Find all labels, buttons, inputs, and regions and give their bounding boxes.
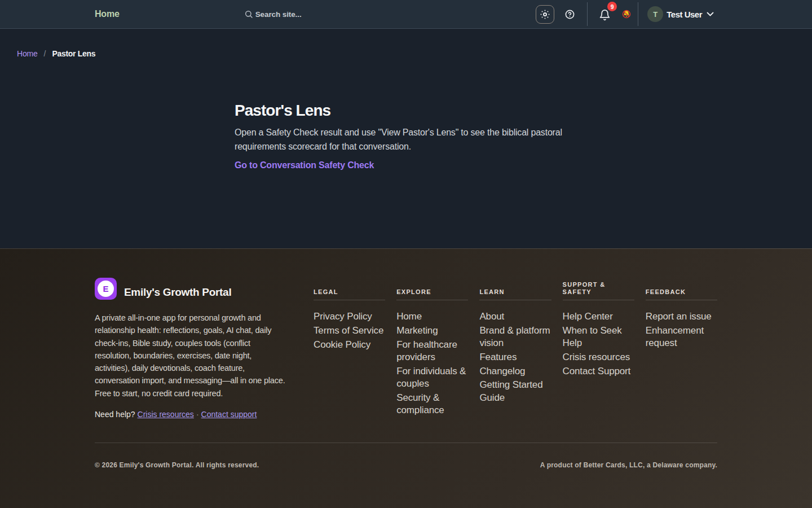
footer-link-item: Home — [396, 310, 468, 323]
footer-link-item: Help Center — [563, 310, 634, 323]
sun-icon — [540, 10, 550, 19]
theme-toggle-button[interactable] — [536, 5, 554, 24]
nav-divider — [587, 2, 588, 26]
dot-separator: · — [196, 410, 199, 419]
muted-bell-icon[interactable] — [622, 10, 631, 19]
footer-link[interactable]: Changelog — [479, 366, 525, 376]
main-column: Pastor's Lens Open a Safety Check result… — [235, 58, 577, 170]
footer-column-title: LEGAL — [314, 288, 338, 296]
safety-check-link[interactable]: Go to Conversation Safety Check — [235, 160, 374, 170]
footer-link-item: Cookie Policy — [314, 339, 385, 351]
column-underline — [563, 300, 634, 300]
breadcrumb-home-link[interactable]: Home — [17, 49, 38, 58]
brand-logo-circle: E — [98, 281, 114, 297]
brand-logo-letter: E — [103, 284, 108, 294]
user-name: Test User — [667, 10, 702, 19]
footer-divider — [95, 443, 717, 443]
footer: E Emily's Growth Portal A private all-in… — [0, 248, 812, 508]
footer-link[interactable]: About — [479, 311, 504, 322]
navbar-inner: Home — [95, 0, 717, 28]
page-description: Open a Safety Check result and use "View… — [235, 125, 577, 154]
footer-link[interactable]: Cookie Policy — [314, 339, 370, 350]
footer-column-title: FEEDBACK — [646, 288, 686, 296]
footer-link-list: AboutBrand & platform visionFeaturesChan… — [479, 310, 551, 404]
footer-column-title: SUPPORT & SAFETY — [563, 281, 634, 296]
nav-home-link[interactable]: Home — [95, 9, 120, 19]
footer-link-item: Terms of Service — [314, 325, 385, 337]
footer-link-list: Privacy PolicyTerms of ServiceCookie Pol… — [314, 310, 385, 351]
contact-support-link[interactable]: Contact support — [201, 410, 257, 419]
breadcrumb: Home / Pastor Lens — [0, 29, 812, 58]
user-menu[interactable]: T Test User — [647, 6, 717, 22]
brand-name: Emily's Growth Portal — [124, 286, 231, 299]
need-help-label: Need help? — [95, 410, 135, 419]
footer-link[interactable]: Marketing — [396, 325, 438, 336]
breadcrumb-current: Pastor Lens — [52, 49, 95, 58]
column-underline — [646, 300, 717, 300]
nav-divider-2 — [638, 2, 638, 26]
footer-link-item: Report an issue — [646, 310, 717, 323]
footer-link-item: Privacy Policy — [314, 310, 385, 323]
brand-logo: E — [95, 278, 117, 300]
footer-link-list: HomeMarketingFor healthcare providersFor… — [396, 310, 468, 417]
crisis-resources-link[interactable]: Crisis resources — [138, 410, 194, 419]
column-underline — [479, 300, 551, 300]
footer-column-title: LEARN — [479, 288, 504, 296]
footer-link[interactable]: Contact Support — [563, 366, 631, 376]
footer-inner: E Emily's Growth Portal A private all-in… — [95, 249, 717, 469]
search-icon — [244, 10, 253, 19]
footer-column-support-safety: SUPPORT & SAFETY Help CenterWhen to Seek… — [563, 278, 634, 419]
footer-column-title: EXPLORE — [396, 288, 431, 296]
notification-badge: 9 — [607, 2, 617, 11]
footer-link[interactable]: Terms of Service — [314, 325, 383, 336]
column-underline — [314, 300, 385, 300]
footer-link-list: Help CenterWhen to Seek HelpCrisis resou… — [563, 310, 634, 378]
column-underline — [396, 300, 468, 300]
footer-link-item: Changelog — [479, 365, 551, 378]
footer-link[interactable]: Crisis resources — [563, 352, 630, 362]
footer-link[interactable]: Features — [479, 352, 517, 362]
help-icon — [565, 10, 575, 19]
footer-link[interactable]: Privacy Policy — [314, 311, 372, 322]
footer-link[interactable]: Report an issue — [646, 311, 712, 322]
search-input[interactable] — [255, 10, 425, 19]
page: Home — [0, 0, 812, 508]
footer-brand: E Emily's Growth Portal A private all-in… — [95, 278, 302, 419]
footer-link-item: For healthcare providers — [396, 339, 468, 364]
navbar-actions: 9 T Test User — [536, 2, 717, 26]
footer-link[interactable]: Security & compliance — [396, 392, 444, 415]
product-note: A product of Better Cards, LLC, a Delawa… — [540, 461, 717, 469]
main-content: Home / Pastor Lens Pastor's Lens Open a … — [0, 29, 812, 248]
footer-link-item: Enhancement request — [646, 325, 717, 350]
brand-description: A private all-in-one app for personal gr… — [95, 312, 286, 400]
avatar: T — [647, 6, 663, 22]
footer-link[interactable]: Getting Started Guide — [479, 379, 542, 402]
need-help-row: Need help? Crisis resources·Contact supp… — [95, 410, 302, 419]
footer-link[interactable]: Help Center — [563, 311, 613, 322]
footer-bottom-bar: © 2026 Emily's Growth Portal. All rights… — [95, 461, 717, 469]
footer-link[interactable]: When to Seek Help — [563, 325, 622, 348]
footer-link-list: Report an issueEnhancement request — [646, 310, 717, 349]
footer-link-item: Crisis resources — [563, 351, 634, 364]
navbar: Home — [0, 0, 812, 29]
search-box[interactable] — [244, 10, 425, 19]
footer-column-legal: LEGAL Privacy PolicyTerms of ServiceCook… — [314, 278, 385, 419]
help-button[interactable] — [565, 10, 575, 19]
footer-link[interactable]: For individuals & couples — [396, 366, 466, 389]
footer-link[interactable]: Enhancement request — [646, 325, 704, 348]
footer-link-item: When to Seek Help — [563, 325, 634, 350]
footer-column-explore: EXPLORE HomeMarketingFor healthcare prov… — [396, 278, 468, 419]
footer-link-item: For individuals & couples — [396, 365, 468, 391]
breadcrumb-separator: / — [44, 49, 46, 58]
footer-column-feedback: FEEDBACK Report an issueEnhancement requ… — [646, 278, 717, 419]
footer-link[interactable]: Home — [396, 311, 422, 322]
footer-link[interactable]: Brand & platform vision — [479, 325, 550, 348]
footer-link[interactable]: For healthcare providers — [396, 339, 457, 362]
footer-link-item: Security & compliance — [396, 392, 468, 417]
notifications-button[interactable]: 9 — [599, 9, 611, 21]
footer-link-item: About — [479, 310, 551, 323]
footer-link-item: Getting Started Guide — [479, 379, 551, 404]
copyright-text: © 2026 Emily's Growth Portal. All rights… — [95, 461, 259, 469]
footer-link-item: Marketing — [396, 325, 468, 337]
chevron-down-icon — [707, 12, 714, 16]
